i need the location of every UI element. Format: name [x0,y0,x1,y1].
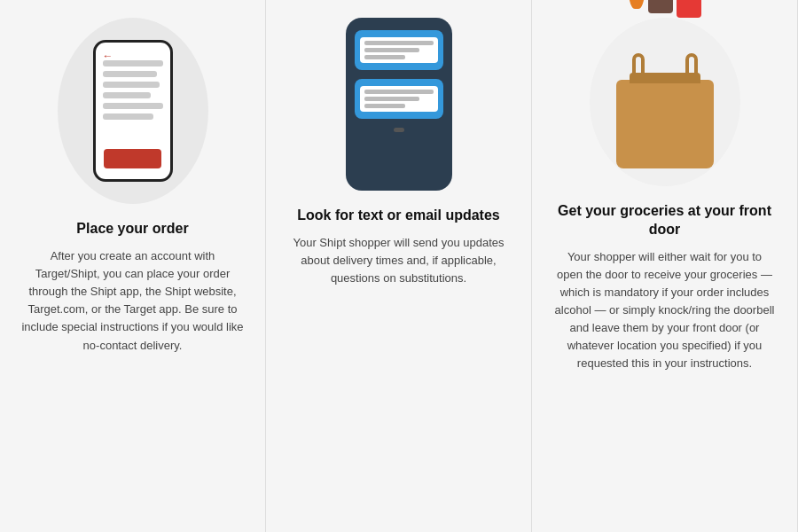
bag-handle-right [685,53,698,78]
phone-mockup-2 [346,18,452,191]
phone-circle-bg: ← [58,18,208,204]
produce-items [612,0,718,18]
carrot-icon [629,0,645,9]
red-bottle-icon [677,0,701,18]
column-3-content: Get your groceries at your front door Yo… [553,202,776,373]
phone-screen-message-1 [355,30,443,70]
column-2-content: Look for text or email updates Your Ship… [287,207,510,287]
illustration-text-updates [287,18,510,191]
column-1-body: After you create an account with Target/… [21,247,244,355]
illustration-place-order: ← [21,18,244,204]
line-5 [103,103,163,109]
column-2-title: Look for text or email updates [287,207,510,225]
msg-line-6 [364,104,406,108]
column-2-body: Your Shipt shopper will send you updates… [287,234,510,287]
msg-line-3 [364,55,406,59]
bag-handle-left [632,53,645,78]
phone-mockup-1: ← [93,40,173,182]
brown-bottle-icon [648,0,673,13]
phone-content-lines [103,60,163,120]
grocery-circle-bg [590,18,740,186]
msg-line-1 [364,41,434,45]
msg-line-5 [364,97,419,101]
column-3-body: Your shopper will either wait for you to… [553,248,776,373]
phone-home-button [394,128,404,132]
order-button [104,149,161,168]
msg-line-2 [364,48,419,52]
column-text-updates: Look for text or email updates Your Ship… [266,0,532,532]
column-front-door: Get your groceries at your front door Yo… [532,0,798,532]
message-bubble-2 [360,86,438,112]
message-bubble-1 [360,37,438,63]
column-3-title: Get your groceries at your front door [553,202,776,239]
column-place-order: ← Place your order After you create an a… [0,0,266,532]
phone-screen-message-2 [355,79,443,119]
line-4 [103,92,151,98]
column-1-title: Place your order [21,220,244,239]
line-3 [103,82,160,88]
grocery-bag-icon [616,80,714,168]
column-1-content: Place your order After you create an acc… [21,220,244,355]
line-6 [103,113,154,120]
msg-line-4 [364,90,434,94]
back-arrow-icon: ← [103,50,113,62]
illustration-grocery-bag [553,18,776,186]
line-2 [103,71,157,77]
